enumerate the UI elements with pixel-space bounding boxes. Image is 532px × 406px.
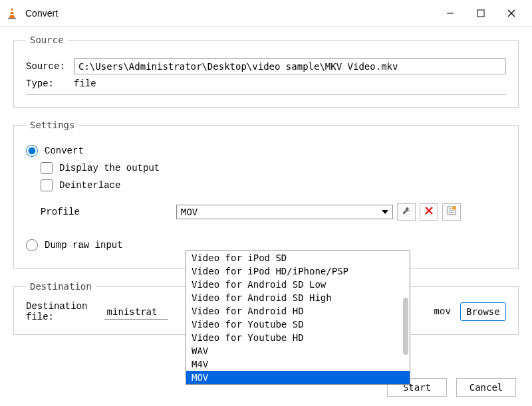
profile-select[interactable]: MOV: [176, 205, 393, 219]
source-group: Source Source: Type: file: [13, 35, 519, 108]
window-controls: [435, 3, 527, 24]
list-icon: [447, 206, 456, 218]
delete-profile-button[interactable]: [420, 203, 438, 221]
display-output-checkbox[interactable]: Display the output: [41, 162, 506, 174]
type-label: Type:: [26, 78, 74, 89]
destination-legend: Destination: [26, 281, 96, 292]
profile-label: Profile: [41, 207, 176, 217]
dropdown-scrollbar[interactable]: [403, 298, 408, 355]
edit-profile-button[interactable]: [397, 203, 416, 221]
close-button[interactable]: [496, 3, 527, 24]
window-title: Convert: [25, 8, 435, 19]
profile-option[interactable]: Video for Android SD Low: [186, 278, 410, 291]
type-value: file: [74, 78, 96, 89]
svg-point-14: [453, 207, 456, 210]
dump-raw-label: Dump raw input: [45, 240, 123, 251]
display-output-input[interactable]: [41, 162, 53, 174]
deinterlace-input[interactable]: [41, 179, 53, 191]
titlebar: Convert: [0, 0, 532, 27]
destination-file-input[interactable]: [104, 304, 168, 320]
svg-marker-0: [9, 8, 15, 19]
deinterlace-checkbox[interactable]: Deinterlace: [41, 179, 506, 191]
svg-rect-3: [8, 18, 16, 19]
settings-group: Settings Convert Display the output Dein…: [13, 120, 519, 269]
convert-radio-input[interactable]: [26, 145, 38, 157]
profile-option[interactable]: MOV: [186, 371, 410, 384]
dump-raw-radio[interactable]: Dump raw input: [26, 239, 506, 251]
source-divider: [26, 94, 506, 95]
deinterlace-label: Deinterlace: [59, 180, 120, 191]
profile-dropdown[interactable]: Video for iPod SDVideo for iPod HD/iPhon…: [186, 251, 410, 385]
svg-rect-5: [477, 10, 484, 17]
maximize-button[interactable]: [466, 3, 496, 24]
vlc-icon: [5, 7, 19, 20]
convert-radio[interactable]: Convert: [26, 145, 506, 157]
profile-option[interactable]: WAV: [186, 344, 410, 357]
browse-button[interactable]: Browse: [460, 302, 506, 321]
svg-rect-1: [11, 11, 13, 12]
profile-option[interactable]: Video for Youtube HD: [186, 331, 410, 344]
profile-option[interactable]: Video for Youtube SD: [186, 318, 410, 331]
dump-raw-input[interactable]: [26, 239, 38, 251]
display-output-label: Display the output: [59, 163, 160, 173]
wrench-icon: [402, 206, 411, 218]
destination-file-label: Destination file:: [26, 301, 100, 322]
profile-option[interactable]: M4V: [186, 357, 410, 371]
minimize-button[interactable]: [435, 3, 466, 24]
profile-option[interactable]: Video for Android SD High: [186, 291, 410, 304]
destination-file-ext: mov: [434, 306, 451, 317]
profile-option[interactable]: Video for iPod SD: [186, 251, 410, 264]
source-label: Source:: [26, 61, 74, 72]
new-profile-button[interactable]: [442, 203, 461, 221]
settings-legend: Settings: [26, 120, 78, 130]
source-input[interactable]: [74, 58, 506, 74]
profile-value: MOV: [181, 207, 198, 217]
profile-option[interactable]: Video for Android HD: [186, 304, 410, 318]
x-icon: [425, 207, 433, 217]
source-legend: Source: [26, 35, 68, 45]
convert-radio-label: Convert: [45, 146, 84, 156]
profile-option[interactable]: Video for iPod HD/iPhone/PSP: [186, 264, 410, 278]
svg-rect-2: [10, 14, 14, 15]
cancel-button[interactable]: Cancel: [456, 378, 516, 397]
